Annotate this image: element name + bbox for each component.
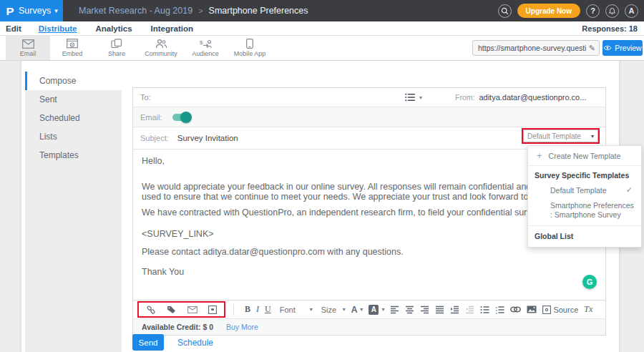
- chevron-down-icon: ▾: [54, 7, 58, 14]
- insert-survey-link-icon[interactable]: [146, 305, 156, 315]
- font-dropdown-label: Font: [280, 305, 296, 314]
- sidebar-item-compose[interactable]: Compose: [25, 72, 122, 90]
- source-button-label: Source: [553, 305, 578, 314]
- toggle-knob: [180, 112, 192, 123]
- app: P Surveys ▾ Market Research - Aug 2019 >…: [0, 0, 644, 352]
- decrease-indent-button[interactable]: [465, 305, 474, 314]
- sidebar-item-scheduled[interactable]: Scheduled: [25, 109, 122, 127]
- sidebar-item-templates[interactable]: Templates: [25, 146, 122, 165]
- menu-item-smartphone-template[interactable]: Smartphone Preferences : Smartphone Surv…: [528, 198, 641, 225]
- available-credit-label: Available Credit: $ 0: [142, 323, 213, 331]
- community-icon: [155, 39, 167, 49]
- create-new-template-item[interactable]: + Create New Template: [528, 146, 641, 166]
- eye-icon: [603, 45, 612, 51]
- menu-item-default-template[interactable]: Default Template ✓: [528, 182, 641, 198]
- recipients-row: To: ▾ From: aditya.datar@questionpro.co.…: [133, 88, 605, 107]
- size-dropdown[interactable]: Size ▾: [321, 305, 346, 314]
- channel-mobile-app[interactable]: Mobile App: [228, 36, 272, 60]
- bullet-list-button[interactable]: [480, 305, 489, 314]
- responses-count[interactable]: Responses: 18: [582, 24, 638, 33]
- channel-mobile-app-label: Mobile App: [234, 50, 266, 57]
- tab-analytics[interactable]: Analytics: [95, 24, 132, 33]
- email-toggle-label: Email:: [140, 113, 162, 122]
- breadcrumb: Market Research - Aug 2019 > Smartphone …: [79, 6, 308, 16]
- survey-url-link[interactable]: https://smartphone-survey.questionpro: [478, 44, 586, 52]
- sidebar-item-sent[interactable]: Sent: [25, 90, 122, 109]
- grammarly-badge[interactable]: G: [582, 275, 597, 289]
- align-right-button[interactable]: [420, 305, 429, 314]
- breadcrumb-separator-icon: >: [198, 6, 203, 15]
- body-line: Please contact aditya.datar@questionpro.…: [142, 247, 404, 257]
- search-icon: [501, 7, 509, 15]
- font-dropdown[interactable]: Font ▾: [280, 305, 313, 314]
- align-center-button[interactable]: [405, 305, 414, 314]
- template-dropdown-menu: + Create New Template Survey Specific Te…: [527, 145, 642, 248]
- bold-button[interactable]: B: [245, 304, 250, 315]
- help-button[interactable]: ?: [586, 4, 600, 18]
- global-list-section[interactable]: Global List: [528, 225, 641, 247]
- edit-url-pencil-icon[interactable]: ✎: [589, 44, 595, 53]
- share-icon: [111, 39, 122, 49]
- breadcrumb-survey-group[interactable]: Market Research - Aug 2019: [79, 6, 192, 16]
- italic-button[interactable]: I: [256, 304, 259, 315]
- contact-list-caret-icon[interactable]: ▾: [419, 94, 422, 101]
- insert-tags-icon[interactable]: [167, 305, 177, 315]
- subject-value[interactable]: Survey Invitation: [177, 134, 238, 142]
- survey-templates-section-header: Survey Specific Templates: [528, 166, 641, 182]
- from-field: From: aditya.datar@questionpro.co...: [455, 93, 598, 102]
- plus-icon: +: [537, 150, 542, 161]
- toolbar-divider: [233, 304, 234, 316]
- notifications-button[interactable]: [605, 4, 619, 18]
- channel-tiles: Email Embed Share Community: [6, 36, 272, 60]
- remove-format-button[interactable]: Tx: [584, 304, 592, 315]
- tab-integration[interactable]: Integration: [151, 24, 193, 33]
- channel-share[interactable]: Share: [94, 36, 139, 60]
- text-color-button[interactable]: A ▾: [351, 305, 364, 315]
- email-icon: [22, 39, 34, 49]
- align-justify-button[interactable]: [435, 305, 444, 314]
- editor-toolbar: B I U Font ▾ Size ▾ A ▾ A ▾: [133, 300, 605, 319]
- search-button[interactable]: [498, 4, 512, 18]
- tab-edit[interactable]: Edit: [6, 24, 21, 33]
- top-bar: P Surveys ▾ Market Research - Aug 2019 >…: [0, 0, 644, 21]
- numbered-list-button[interactable]: [495, 305, 504, 314]
- product-switcher[interactable]: P Surveys ▾: [0, 0, 63, 21]
- from-email-value[interactable]: aditya.datar@questionpro.co...: [479, 93, 586, 102]
- source-button[interactable]: Source: [542, 305, 578, 314]
- insert-embed-icon[interactable]: [208, 305, 217, 314]
- channel-audience[interactable]: $ Audience: [183, 36, 228, 60]
- default-template-label: Default Template: [550, 186, 607, 195]
- upgrade-now-button[interactable]: Upgrade Now: [517, 4, 580, 18]
- insert-image-button[interactable]: [527, 305, 537, 313]
- schedule-link[interactable]: Schedule: [177, 338, 213, 348]
- from-label: From:: [455, 93, 474, 102]
- channel-community[interactable]: Community: [139, 36, 183, 60]
- contact-list-icon[interactable]: [405, 93, 415, 102]
- body-line: Hello,: [142, 156, 165, 166]
- size-dropdown-label: Size: [321, 305, 336, 314]
- subject-label: Subject:: [140, 134, 169, 142]
- align-left-button[interactable]: [390, 305, 399, 314]
- create-new-template-label: Create New Template: [549, 152, 621, 160]
- background-color-button[interactable]: A ▾: [369, 305, 384, 315]
- to-label: To:: [140, 93, 151, 102]
- body-line: Thank You: [142, 267, 184, 277]
- email-toggle-switch[interactable]: [172, 113, 191, 122]
- insert-email-icon[interactable]: [187, 306, 197, 313]
- increase-indent-button[interactable]: [450, 305, 459, 314]
- channel-embed[interactable]: Embed: [50, 36, 94, 60]
- tab-distribute[interactable]: Distribute: [39, 24, 77, 33]
- preview-button[interactable]: Preview: [602, 40, 643, 56]
- sidebar-item-lists[interactable]: Lists: [25, 127, 122, 146]
- insert-tools-annotation: [137, 301, 225, 318]
- avatar[interactable]: A: [625, 4, 638, 18]
- insert-link-button[interactable]: [510, 306, 521, 313]
- template-select[interactable]: Default Template ▾: [523, 129, 598, 142]
- bell-icon: [608, 7, 616, 15]
- buy-more-link[interactable]: Buy More: [226, 323, 258, 331]
- underline-button[interactable]: U: [265, 304, 271, 315]
- send-button[interactable]: Send: [132, 334, 164, 351]
- body-line: <SURVEY_LINK>: [142, 229, 214, 239]
- channel-community-label: Community: [145, 50, 177, 57]
- channel-email[interactable]: Email: [6, 36, 50, 60]
